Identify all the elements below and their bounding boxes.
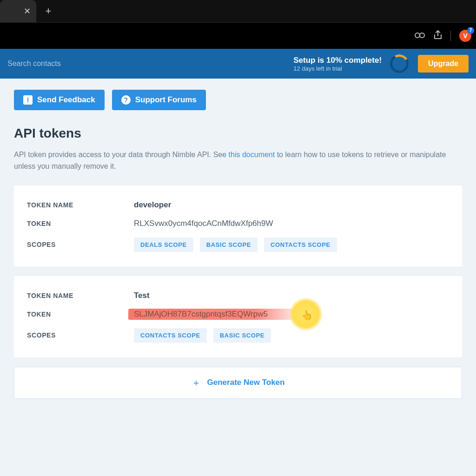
eye-icon[interactable]	[414, 31, 425, 41]
action-row: ! Send Feedback ? Support Forums	[14, 90, 462, 110]
browser-tab[interactable]: ✕	[0, 0, 36, 22]
label-token: TOKEN	[27, 220, 134, 227]
label-scopes: SCOPES	[27, 241, 134, 248]
scope-chips: CONTACTS SCOPE BASIC SCOPE	[134, 328, 271, 343]
lead-link[interactable]: this document	[229, 151, 275, 159]
scope-chip: CONTACTS SCOPE	[134, 328, 207, 343]
page-body: ! Send Feedback ? Support Forums API tok…	[0, 79, 476, 410]
support-forums-label: Support Forums	[135, 95, 197, 105]
pointer-cursor-icon: 👆	[301, 310, 313, 321]
page-title: API tokens	[14, 126, 462, 141]
scope-chip: DEALS SCOPE	[134, 238, 193, 252]
setup-title: Setup is 10% complete!	[293, 56, 382, 65]
scope-chips: DEALS SCOPE BASIC SCOPE CONTACTS SCOPE	[134, 238, 337, 252]
generate-new-token-label: Generate New Token	[207, 378, 285, 387]
token-name-value: developer	[134, 200, 171, 210]
svg-point-1	[420, 33, 424, 38]
app-frame: Setup is 10% complete! 12 days left in t…	[0, 49, 476, 476]
label-scopes: SCOPES	[27, 331, 134, 339]
label-token-name: TOKEN NAME	[27, 201, 134, 209]
help-icon: ?	[121, 95, 131, 105]
scope-chip: BASIC SCOPE	[200, 238, 258, 252]
lead-pre: API token provides access to your data t…	[14, 151, 229, 159]
progress-dial-icon	[388, 53, 411, 75]
setup-progress: Setup is 10% complete! 12 days left in t…	[293, 54, 409, 73]
support-forums-button[interactable]: ? Support Forums	[112, 90, 206, 110]
separator	[450, 31, 451, 41]
search-wrap	[7, 60, 147, 68]
feedback-icon: !	[23, 95, 33, 105]
scope-chip: BASIC SCOPE	[213, 328, 271, 343]
token-card: TOKEN NAME developer TOKEN RLXSvwx0ycm4f…	[14, 185, 462, 267]
svg-point-0	[415, 33, 420, 38]
new-tab-button[interactable]: +	[39, 2, 58, 20]
search-input[interactable]	[7, 60, 147, 68]
scope-chip: CONTACTS SCOPE	[264, 238, 337, 252]
send-feedback-label: Send Feedback	[37, 95, 95, 105]
page-lead: API token provides access to your data t…	[14, 149, 462, 172]
app-header: Setup is 10% complete! 12 days left in t…	[0, 49, 476, 79]
browser-chrome: ✕ + V	[0, 0, 476, 49]
label-token-name: TOKEN NAME	[27, 292, 134, 299]
token-card: TOKEN NAME Test TOKEN SLJMAjOH87B7cstgpn…	[14, 276, 462, 357]
token-value[interactable]: SLJMAjOH87B7cstgpntqsf3EQWrpw5	[134, 310, 268, 318]
setup-subtitle: 12 days left in trial	[293, 65, 382, 72]
token-value[interactable]: RLXSvwx0ycm4fqocACnMfdwXfp6h9W	[134, 219, 273, 228]
highlight-annotation: SLJMAjOH87B7cstgpntqsf3EQWrpw5 👆	[134, 310, 268, 319]
label-token: TOKEN	[27, 311, 134, 318]
brave-extension-icon[interactable]: V	[459, 30, 471, 42]
tab-bar: ✕ +	[0, 0, 476, 22]
upgrade-button[interactable]: Upgrade	[418, 55, 469, 73]
address-bar: V	[0, 22, 476, 49]
share-icon[interactable]	[434, 30, 442, 42]
send-feedback-button[interactable]: ! Send Feedback	[14, 90, 105, 110]
generate-new-token-button[interactable]: ＋ Generate New Token	[14, 367, 462, 399]
close-icon[interactable]: ✕	[24, 7, 31, 15]
token-name-value: Test	[134, 291, 150, 300]
plus-icon: ＋	[192, 377, 201, 389]
